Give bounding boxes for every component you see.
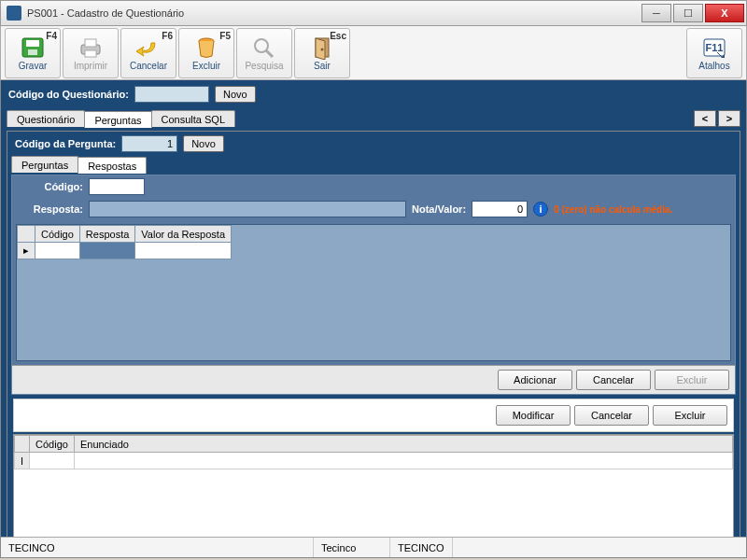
table-row[interactable]: I <box>15 453 733 469</box>
questionario-header: Código do Questionário: Novo <box>1 80 746 108</box>
svg-text:F11: F11 <box>706 42 724 53</box>
excluir-key: F5 <box>219 31 231 41</box>
window-titlebar: PS001 - Cadastro de Questionário ─ ☐ X <box>0 0 747 26</box>
perguntas-panel: Código da Pergunta: Novo Perguntas Respo… <box>7 131 740 546</box>
pergunta-buttons: Modificar Cancelar Excluir <box>13 399 734 432</box>
grid-corner <box>18 226 35 243</box>
atalhos-button[interactable]: F11 Atalhos <box>686 28 742 78</box>
table-row[interactable]: ▸ <box>18 243 232 259</box>
gravar-label: Gravar <box>19 61 48 71</box>
codigo-questionario-input[interactable] <box>134 86 209 103</box>
pesquisa-label: Pesquisa <box>245 61 283 71</box>
tab-consulta-sql[interactable]: Consulta SQL <box>151 110 235 127</box>
search-icon <box>250 35 278 60</box>
status-left: TECINCO <box>1 538 314 557</box>
modificar-button[interactable]: Modificar <box>496 405 571 426</box>
cell-codigo[interactable] <box>35 243 80 259</box>
svg-point-10 <box>321 48 324 50</box>
perguntas-grid[interactable]: Código Enunciado I <box>13 434 734 543</box>
cancelar-key: F6 <box>162 31 173 41</box>
pesquisa-button[interactable]: Pesquisa <box>236 28 292 78</box>
subtab-perguntas[interactable]: Perguntas <box>11 156 78 173</box>
perg-cancelar-button[interactable]: Cancelar <box>574 405 649 426</box>
cancelar-button[interactable]: F6 Cancelar <box>120 28 176 78</box>
row-marker: ▸ <box>18 243 35 259</box>
resp-resposta-label: Resposta: <box>18 203 83 215</box>
sair-label: Sair <box>314 61 331 71</box>
printer-icon <box>77 35 105 60</box>
close-button[interactable]: X <box>705 4 744 22</box>
excluir-label: Excluir <box>192 61 220 71</box>
resp-excluir-button[interactable]: Excluir <box>655 370 729 390</box>
gravar-key: F4 <box>46 31 57 41</box>
status-mid: Tecinco <box>314 538 390 557</box>
shortcut-icon: F11 <box>700 35 728 60</box>
sair-key: Esc <box>330 31 346 41</box>
undo-arrow-icon <box>134 35 162 60</box>
perg-excluir-button[interactable]: Excluir <box>653 405 727 426</box>
cell-enunciado[interactable] <box>74 453 732 469</box>
svg-rect-4 <box>85 39 96 47</box>
zero-warning-text: 0 (zero) não calcula média. <box>554 204 672 215</box>
workspace-panel: Código do Questionário: Novo Questionári… <box>0 80 747 558</box>
respostas-grid[interactable]: Código Resposta Valor da Resposta ▸ <box>16 224 731 361</box>
resp-codigo-input[interactable] <box>89 178 145 195</box>
svg-rect-5 <box>85 50 96 57</box>
col-enunciado[interactable]: Enunciado <box>74 436 732 453</box>
tab-nav-next[interactable]: > <box>718 110 740 127</box>
atalhos-label: Atalhos <box>698 61 729 71</box>
svg-point-7 <box>255 39 268 52</box>
grid-body-empty <box>17 259 730 360</box>
col-codigo[interactable]: Código <box>35 226 80 243</box>
status-right: TECINCO <box>390 538 453 557</box>
row-marker-cursor: I <box>15 453 30 469</box>
tab-perguntas[interactable]: Perguntas <box>84 111 151 128</box>
excluir-button[interactable]: F5 Excluir <box>178 28 234 78</box>
pergunta-novo-button[interactable]: Novo <box>183 135 224 152</box>
app-icon <box>7 6 21 21</box>
svg-line-8 <box>266 50 273 57</box>
tab-nav-prev[interactable]: < <box>694 110 716 127</box>
questionario-novo-button[interactable]: Novo <box>215 86 256 103</box>
col-valor[interactable]: Valor da Resposta <box>135 226 232 243</box>
gravar-button[interactable]: F4 Gravar <box>5 28 61 78</box>
tab-questionario[interactable]: Questionário <box>7 110 85 127</box>
sair-button[interactable]: Esc Sair <box>294 28 350 78</box>
subtab-respostas[interactable]: Respostas <box>78 157 147 174</box>
col-resposta[interactable]: Resposta <box>79 226 134 243</box>
codigo-pergunta-label: Código da Pergunta: <box>15 138 116 149</box>
info-icon[interactable]: i <box>533 202 548 217</box>
imprimir-label: Imprimir <box>74 61 107 71</box>
resp-resposta-input[interactable] <box>89 201 406 217</box>
col-perg-codigo[interactable]: Código <box>30 436 75 453</box>
imprimir-button[interactable]: Imprimir <box>63 28 119 78</box>
window-title: PS001 - Cadastro de Questionário <box>27 7 640 19</box>
pergunta-header: Código da Pergunta: Novo <box>7 132 740 156</box>
respostas-subpanel: Código: Resposta: Nota/Valor: i 0 (zero)… <box>11 175 736 395</box>
main-tabs: Questionário Perguntas Consulta SQL < > <box>1 108 746 129</box>
svg-rect-1 <box>26 40 39 47</box>
nota-valor-label: Nota/Valor: <box>412 203 466 215</box>
trash-icon <box>192 35 220 60</box>
cell-perg-codigo[interactable] <box>30 453 75 469</box>
sub-tabs: Perguntas Respostas <box>7 156 740 173</box>
resposta-row: Resposta: Nota/Valor: i 0 (zero) não cal… <box>12 198 735 220</box>
respostas-buttons: Adicionar Cancelar Excluir <box>12 365 735 394</box>
codigo-row: Código: <box>12 175 735 198</box>
cell-valor[interactable] <box>135 243 232 259</box>
svg-rect-2 <box>28 49 37 55</box>
resp-codigo-label: Código: <box>18 181 83 192</box>
status-bar: TECINCO Tecinco TECINCO <box>1 537 746 557</box>
nota-valor-input[interactable] <box>472 201 528 217</box>
minimize-button[interactable]: ─ <box>641 4 671 22</box>
main-toolbar: F4 Gravar Imprimir F6 Cancelar F5 Exclui… <box>0 26 747 80</box>
lower-grid-corner <box>15 436 30 453</box>
codigo-pergunta-input[interactable] <box>121 135 177 152</box>
save-icon <box>19 35 47 60</box>
adicionar-button[interactable]: Adicionar <box>498 370 572 390</box>
maximize-button[interactable]: ☐ <box>673 4 703 22</box>
lower-grid-body <box>14 469 733 542</box>
resp-cancelar-button[interactable]: Cancelar <box>576 370 651 390</box>
cancelar-label: Cancelar <box>130 61 167 71</box>
cell-resposta[interactable] <box>79 243 134 259</box>
